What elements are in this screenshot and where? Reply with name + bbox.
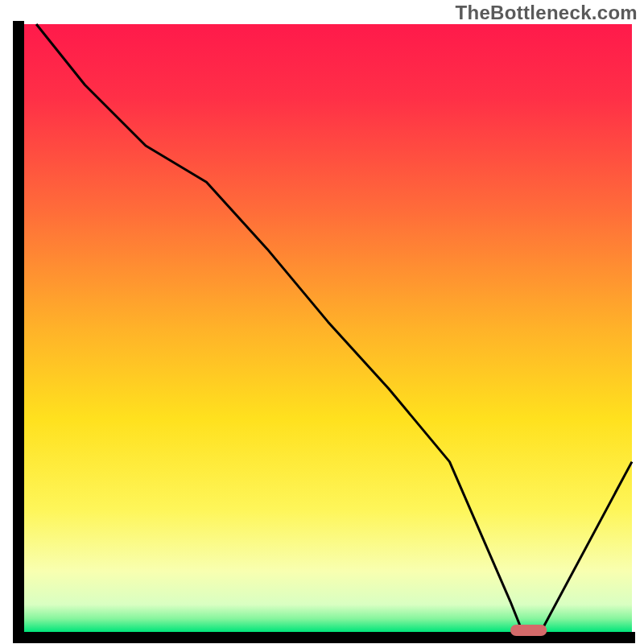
optimal-range-marker xyxy=(510,625,547,636)
plot-svg xyxy=(0,0,644,644)
bottleneck-chart: TheBottleneck.com xyxy=(0,0,644,644)
watermark-label: TheBottleneck.com xyxy=(456,2,638,24)
y-axis xyxy=(13,21,24,643)
